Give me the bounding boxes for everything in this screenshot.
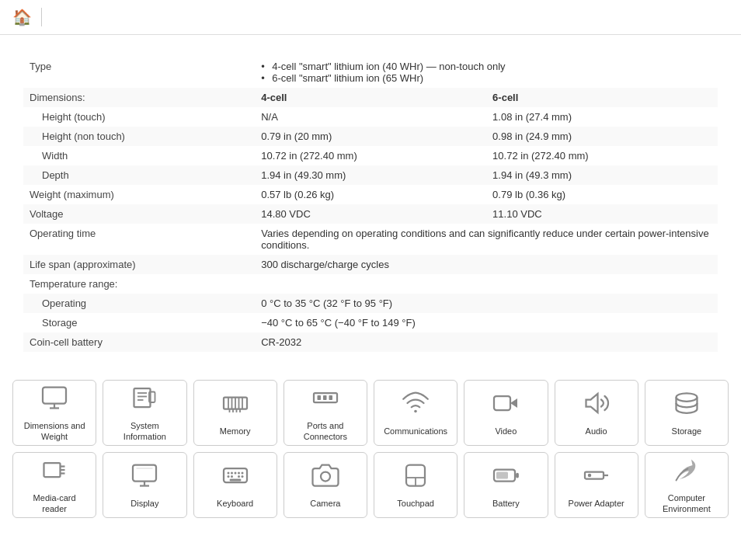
nav-item-label: Touchpad (397, 498, 434, 509)
row-4cell: 0.57 lb (0.26 kg) (255, 185, 486, 204)
table-row: Voltage14.80 VDC11.10 VDC (23, 204, 718, 224)
row-6cell: 1.08 in (27.4 mm) (486, 107, 718, 127)
row-label: Height (touch) (23, 107, 255, 127)
svg-rect-20 (323, 395, 327, 400)
svg-rect-21 (329, 395, 332, 400)
svg-marker-24 (510, 398, 517, 408)
row-4cell: N/A (255, 107, 486, 127)
nav-item-label: Communications (384, 426, 447, 437)
keyboard-icon (221, 461, 249, 493)
table-row: Type4-cell "smart" lithium ion (40 WHr) … (23, 57, 718, 88)
nav-item-label: Display (130, 498, 158, 509)
svg-point-55 (587, 474, 591, 478)
table-row: Dimensions:4-cell6-cell (23, 88, 718, 107)
row-6cell: 0.79 lb (0.36 kg) (486, 185, 718, 204)
row-label: Type (23, 57, 255, 88)
nav-item-touchpad[interactable]: Touchpad (374, 452, 457, 518)
nav-item-memory[interactable]: Memory (193, 380, 277, 446)
table-row: Operating0 °C to 35 °C (32 °F to 95 °F) (23, 294, 718, 313)
table-row: Coin-cell batteryCR-2032 (23, 332, 718, 352)
svg-point-26 (676, 393, 697, 402)
storage-icon (673, 389, 701, 421)
row-label: Weight (maximum) (23, 185, 255, 204)
svg-point-46 (321, 471, 330, 481)
svg-rect-52 (496, 471, 508, 478)
home-icon[interactable]: 🏠 (12, 8, 32, 26)
row-6cell: 11.10 VDC (486, 204, 718, 224)
nav-item-storage[interactable]: Storage (645, 380, 729, 446)
table-row: Temperature range: (23, 274, 718, 294)
memory-icon (221, 389, 249, 421)
power-icon (583, 461, 611, 493)
nav-item-audio[interactable]: Audio (555, 380, 638, 446)
row-value: 4-cell "smart" lithium ion (40 WHr) — no… (255, 57, 718, 88)
nav-row: Dimensions and WeightSystem InformationM… (12, 380, 729, 446)
nav-item-camera[interactable]: Camera (284, 452, 367, 518)
row-4cell: 4-cell (255, 88, 486, 107)
header-divider (41, 8, 42, 26)
audio-icon (583, 389, 611, 421)
svg-rect-19 (317, 395, 321, 400)
table-row: Depth1.94 in (49.30 mm)1.94 in (49.3 mm) (23, 165, 718, 185)
row-4cell: 14.80 VDC (255, 204, 486, 224)
nav-item-label: Audio (586, 426, 607, 437)
nav-item-keyboard[interactable]: Keyboard (193, 452, 277, 518)
row-label: Operating time (23, 224, 255, 255)
svg-point-22 (414, 410, 417, 413)
row-label: Temperature range: (23, 274, 255, 294)
row-6cell: 0.98 in (24.9 mm) (486, 127, 718, 146)
nav-item-label: Video (495, 426, 517, 437)
header: 🏠 (0, 0, 741, 35)
nav-item-ports-connectors[interactable]: Ports and Connectors (284, 380, 367, 446)
row-label: Depth (23, 165, 255, 185)
table-row: Operating timeVaries depending on operat… (23, 224, 718, 255)
nav-item-label: Ports and Connectors (304, 420, 347, 443)
row-value: CR-2032 (255, 332, 718, 352)
nav-row: Media-card readerDisplayKeyboardCameraTo… (12, 452, 729, 518)
battery-icon (492, 461, 520, 493)
nav-item-dimensions-weight[interactable]: Dimensions and Weight (12, 380, 96, 446)
nav-item-battery[interactable]: Battery (464, 452, 548, 518)
touchpad-icon (402, 461, 430, 493)
row-label: Voltage (23, 204, 255, 224)
svg-rect-3 (134, 388, 151, 407)
nav-item-label: Battery (492, 498, 520, 509)
row-value: 0 °C to 35 °C (32 °F to 95 °F) (255, 294, 718, 313)
display-icon (130, 461, 158, 493)
system-icon (130, 384, 158, 416)
table-row: Weight (maximum)0.57 lb (0.26 kg)0.79 lb… (23, 185, 718, 204)
row-4cell: 10.72 in (272.40 mm) (255, 146, 486, 165)
nav-item-media-card-reader[interactable]: Media-card reader (12, 452, 96, 518)
row-6cell: 6-cell (486, 88, 718, 107)
video-icon (492, 389, 520, 421)
nav-item-video[interactable]: Video (464, 380, 548, 446)
nav-item-label: Media-card reader (33, 492, 76, 515)
row-label: Life span (approximate) (23, 255, 255, 274)
camera-icon (311, 461, 339, 493)
nav-item-label: Storage (672, 426, 702, 437)
nav-item-label: Power Adapter (569, 498, 624, 509)
nav-item-label: System Information (124, 420, 166, 443)
nav-item-communications[interactable]: Communications (374, 380, 457, 446)
row-label: Coin-cell battery (23, 332, 255, 352)
row-6cell: 10.72 in (272.40 mm) (486, 146, 718, 165)
row-4cell: 1.94 in (49.30 mm) (255, 165, 486, 185)
table-row: Width10.72 in (272.40 mm)10.72 in (272.4… (23, 146, 718, 165)
nav-item-system-information[interactable]: System Information (103, 380, 186, 446)
svg-marker-25 (586, 394, 597, 412)
nav-item-power-adapter[interactable]: Power Adapter (555, 452, 638, 518)
nav-item-label: Computer Environment (663, 492, 711, 515)
row-4cell: 0.79 in (20 mm) (255, 127, 486, 146)
nav-item-label: Dimensions and Weight (24, 420, 85, 443)
row-value: Varies depending on operating conditions… (255, 224, 718, 255)
nav-item-label: Memory (220, 426, 251, 437)
ports-icon (311, 384, 339, 416)
row-label: Storage (23, 313, 255, 332)
wifi-icon (402, 389, 430, 421)
monitor-icon (40, 384, 68, 416)
row-label: Dimensions: (23, 88, 255, 107)
row-6cell: 1.94 in (49.3 mm) (486, 165, 718, 185)
nav-item-display[interactable]: Display (103, 452, 186, 518)
svg-rect-23 (494, 396, 510, 410)
nav-item-computer-environment[interactable]: Computer Environment (645, 452, 729, 518)
